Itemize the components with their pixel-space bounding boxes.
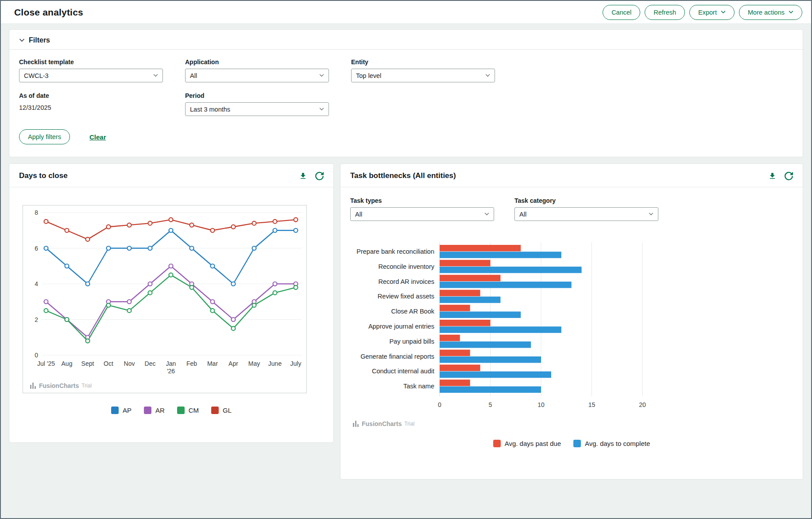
fusioncharts-icon	[30, 383, 36, 389]
svg-text:Jan'26: Jan'26	[166, 360, 176, 375]
application-field: Application All	[185, 58, 351, 82]
watermark-trial: Trial	[404, 421, 414, 427]
bar-chart-filters: Task types All Task category All	[340, 187, 803, 224]
svg-text:2: 2	[35, 316, 38, 323]
task-category-select[interactable]: All	[514, 207, 658, 221]
export-button[interactable]: Export	[689, 5, 735, 20]
svg-text:Nov: Nov	[124, 360, 135, 367]
bar-chart-legend: Avg. days past dueAvg. days to complete	[340, 440, 803, 447]
cancel-button-label: Cancel	[611, 9, 631, 16]
download-chart-button[interactable]	[768, 172, 777, 180]
application-value: All	[190, 72, 197, 79]
clear-filters-link[interactable]: Clear	[89, 133, 106, 141]
chevron-down-icon	[484, 213, 489, 216]
legend-item[interactable]: Avg. days to complete	[573, 440, 650, 447]
svg-text:Prepare bank reconciliation: Prepare bank reconciliation	[356, 248, 434, 255]
fusioncharts-watermark: FusionCharts Trial	[353, 420, 803, 427]
svg-text:Apr: Apr	[228, 360, 238, 367]
task-category-field: Task category All	[514, 197, 658, 221]
svg-text:July: July	[290, 360, 302, 367]
entity-field: Entity Top level	[351, 58, 793, 82]
task-category-value: All	[519, 211, 526, 218]
legend-swatch	[573, 440, 581, 447]
legend-swatch	[111, 407, 119, 414]
svg-text:15: 15	[588, 401, 595, 408]
days-to-close-header: Days to close	[9, 164, 333, 187]
svg-text:Reconcile inventory: Reconcile inventory	[378, 263, 434, 270]
legend-swatch	[493, 440, 501, 447]
svg-text:June: June	[268, 360, 282, 367]
more-actions-button[interactable]: More actions	[739, 5, 802, 20]
svg-text:Approve journal entries: Approve journal entries	[368, 323, 434, 330]
svg-text:Mar: Mar	[207, 360, 218, 367]
svg-text:20: 20	[639, 401, 646, 408]
svg-text:Dec: Dec	[145, 360, 156, 367]
refresh-chart-button[interactable]	[785, 172, 793, 180]
svg-text:4: 4	[35, 280, 38, 287]
entity-select[interactable]: Top level	[351, 69, 495, 82]
refresh-button[interactable]: Refresh	[645, 5, 685, 20]
page: Close analytics Cancel Refresh Export Mo…	[0, 0, 812, 519]
legend-item[interactable]: AR	[144, 407, 165, 414]
svg-text:Sept: Sept	[81, 360, 94, 367]
days-to-close-card: Days to close F	[9, 163, 334, 443]
filters-collapse-toggle[interactable]: Filters	[19, 36, 50, 44]
chevron-down-icon	[721, 11, 726, 14]
task-types-value: All	[355, 211, 362, 218]
application-select[interactable]: All	[185, 69, 329, 82]
chevron-down-icon	[319, 74, 324, 77]
checklist-template-select[interactable]: CWCL-3	[19, 69, 163, 82]
task-types-select[interactable]: All	[350, 207, 494, 221]
svg-text:Feb: Feb	[186, 360, 197, 367]
chart-actions	[299, 172, 324, 180]
legend-swatch	[177, 407, 185, 414]
task-types-label: Task types	[350, 197, 494, 204]
cancel-button[interactable]: Cancel	[603, 5, 640, 20]
legend-swatch	[211, 407, 219, 414]
main-content: Filters Checklist template CWCL-3 Applic…	[1, 24, 811, 488]
download-icon	[299, 172, 307, 180]
as-of-date-label: As of date	[19, 92, 185, 99]
svg-text:6: 6	[35, 245, 38, 252]
fusioncharts-watermark: FusionCharts Trial	[30, 382, 92, 389]
svg-text:Jul '25: Jul '25	[37, 360, 55, 367]
apply-filters-button[interactable]: Apply filters	[19, 129, 70, 144]
download-chart-button[interactable]	[299, 172, 307, 180]
checklist-template-value: CWCL-3	[24, 72, 49, 79]
legend-label: AP	[123, 407, 131, 414]
svg-text:0: 0	[35, 352, 38, 359]
chevron-down-icon	[789, 11, 793, 14]
as-of-date-field: As of date 12/31/2025	[19, 92, 185, 116]
legend-swatch	[144, 407, 151, 414]
refresh-chart-button[interactable]	[315, 172, 324, 180]
svg-text:Record AR invoices: Record AR invoices	[378, 278, 434, 285]
legend-label: CM	[189, 407, 199, 414]
filters-title: Filters	[29, 36, 50, 44]
filters-grid: Checklist template CWCL-3 Application Al…	[19, 58, 793, 116]
refresh-icon	[785, 172, 793, 180]
chevron-down-icon	[153, 74, 158, 77]
chevron-down-icon	[485, 74, 490, 77]
task-bottlenecks-chart: 05101520Prepare bank reconciliationRecon…	[340, 224, 803, 417]
svg-text:8: 8	[35, 209, 38, 216]
filter-actions: Apply filters Clear	[19, 129, 793, 144]
header-actions: Cancel Refresh Export More actions	[603, 5, 802, 20]
chevron-down-icon	[19, 39, 25, 42]
chart-actions	[768, 172, 793, 180]
task-bottlenecks-header: Task bottlenecks (All entities)	[340, 164, 803, 187]
legend-label: GL	[223, 407, 232, 414]
days-to-close-chart: FusionCharts Trial 02468Jul '25AugSeptOc…	[23, 205, 307, 393]
period-select[interactable]: Last 3 months	[185, 102, 329, 116]
page-title: Close analytics	[14, 7, 83, 18]
watermark-text: FusionCharts	[39, 382, 79, 389]
legend-item[interactable]: CM	[177, 407, 199, 414]
legend-item[interactable]: AP	[111, 407, 131, 414]
legend-item[interactable]: Avg. days past due	[493, 440, 561, 447]
as-of-date-value: 12/31/2025	[19, 104, 185, 111]
svg-text:May: May	[248, 360, 260, 367]
watermark-trial: Trial	[81, 383, 92, 389]
fusioncharts-icon	[353, 421, 359, 427]
svg-text:5: 5	[489, 401, 492, 408]
svg-text:0: 0	[438, 401, 441, 408]
legend-item[interactable]: GL	[211, 407, 232, 414]
